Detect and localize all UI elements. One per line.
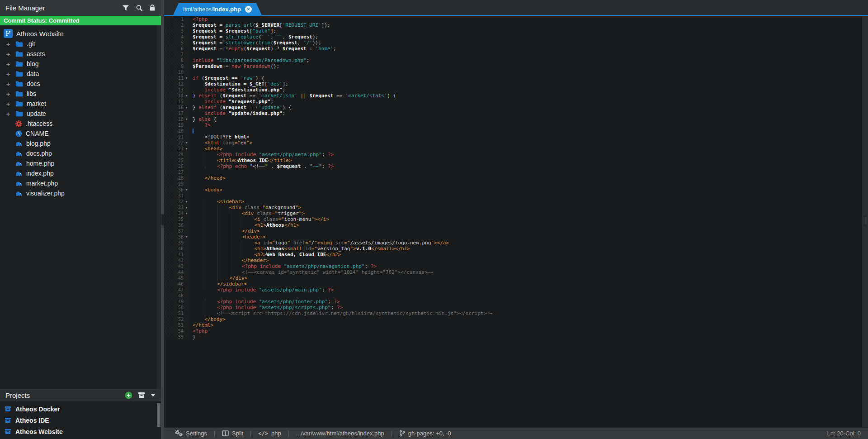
expand-icon[interactable]: +	[5, 90, 12, 98]
line-number[interactable]: 3	[164, 28, 189, 34]
project-item-atheos-website[interactable]: Atheos Website	[0, 426, 161, 437]
expand-icon[interactable]: +	[5, 110, 12, 118]
fold-caret-icon[interactable]: ▾	[184, 94, 189, 98]
line-number[interactable]: 36	[164, 222, 189, 228]
fold-caret-icon[interactable]: ▾	[184, 76, 189, 80]
add-project-icon[interactable]	[125, 391, 132, 399]
code-line-26[interactable]: 26 <?php echo "<!——" . $request . "—→"; …	[164, 163, 868, 169]
lock-icon[interactable]	[149, 5, 156, 11]
code-line-14[interactable]: 14▾} elseif ($request == 'market/json' |…	[164, 93, 868, 99]
line-number[interactable]: 54	[164, 328, 189, 334]
code-line-11[interactable]: 11▾if ($request == 'raw') {	[164, 75, 868, 81]
line-number[interactable]: 32▾	[164, 199, 189, 205]
code-line-39[interactable]: 39 <a id="logo" href="/"><img src="/asse…	[164, 240, 868, 246]
line-number[interactable]: 45	[164, 275, 189, 281]
line-number[interactable]: 2	[164, 22, 189, 28]
line-number[interactable]: 41	[164, 252, 189, 258]
code-line-5[interactable]: 5$request = strtolower(trim($request, '/…	[164, 40, 868, 46]
code-line-22[interactable]: 22▾ <html lang="en">	[164, 140, 868, 146]
line-number[interactable]: 48	[164, 293, 189, 299]
line-number[interactable]: 5	[164, 40, 189, 46]
tree-folder-docs[interactable]: +docs	[0, 79, 161, 89]
tree-file-visualizer.php[interactable]: visualizer.php	[0, 188, 161, 198]
line-number[interactable]: 15	[164, 99, 189, 105]
line-number[interactable]: 19	[164, 122, 189, 128]
code-line-3[interactable]: 3$request = $request["path"];	[164, 28, 868, 34]
line-number[interactable]: 23▾	[164, 146, 189, 152]
code-line-53[interactable]: 53</html>	[164, 322, 868, 328]
code-line-16[interactable]: 16▾} elseif ($request == 'update') {	[164, 105, 868, 110]
code-line-55[interactable]: 55}	[164, 334, 868, 340]
code-editor[interactable]: 1<?php2$request = parse_url($_SERVER['RE…	[164, 16, 868, 427]
code-line-12[interactable]: 12 $destination = $_GET['des'];	[164, 81, 868, 87]
line-number[interactable]: 13	[164, 87, 189, 93]
line-number[interactable]: 10	[164, 69, 189, 75]
project-item-atheos-docker[interactable]: Atheos Docker	[0, 403, 161, 415]
line-number[interactable]: 27	[164, 169, 189, 175]
fold-caret-icon[interactable]: ▾	[184, 211, 189, 215]
tree-file-blog.php[interactable]: blog.php	[0, 138, 161, 148]
line-number[interactable]: 28	[164, 175, 189, 181]
code-line-8[interactable]: 8include "libs/parsedown/Parsedown.php";	[164, 57, 868, 63]
line-number[interactable]: 35	[164, 216, 189, 222]
line-number[interactable]: 25	[164, 157, 189, 163]
code-line-50[interactable]: 50 <?php include "assets/php/scripts.php…	[164, 305, 868, 310]
line-number[interactable]: 12	[164, 81, 189, 87]
line-number[interactable]: 30▾	[164, 187, 189, 193]
code-line-19[interactable]: 19 ?>	[164, 122, 868, 128]
tree-folder-update[interactable]: +update	[0, 109, 161, 119]
fold-caret-icon[interactable]: ▾	[184, 235, 189, 239]
line-number[interactable]: 14▾	[164, 93, 189, 99]
line-number[interactable]: 20	[164, 128, 189, 134]
line-number[interactable]: 50	[164, 305, 189, 310]
line-number[interactable]: 44	[164, 269, 189, 275]
line-number[interactable]: 49	[164, 299, 189, 305]
code-line-51[interactable]: 51 <!——<script src="https://cdn.jsdelivr…	[164, 310, 868, 316]
tree-folder-market[interactable]: +market	[0, 99, 161, 109]
code-line-2[interactable]: 2$request = parse_url($_SERVER['REQUEST_…	[164, 22, 868, 28]
tree-file-.htaccess[interactable]: .htaccess	[0, 119, 161, 129]
tree-folder-blog[interactable]: +blog	[0, 59, 161, 69]
code-line-34[interactable]: 34▾ <div class="trigger">	[164, 210, 868, 216]
line-number[interactable]: 38▾	[164, 234, 189, 240]
code-line-24[interactable]: 24 <?php include "assets/php/meta.php"; …	[164, 152, 868, 157]
line-number[interactable]: 53	[164, 322, 189, 328]
file-tree-scrollbar[interactable]	[157, 25, 161, 389]
line-number[interactable]: 52	[164, 316, 189, 322]
code-line-32[interactable]: 32▾ <sidebar>	[164, 199, 868, 205]
search-icon[interactable]	[136, 5, 143, 11]
code-line-46[interactable]: 46 </sidebar>	[164, 281, 868, 287]
tree-root-atheos-website[interactable]: Atheos Website	[0, 28, 161, 39]
code-line-23[interactable]: 23▾ <head>	[164, 146, 868, 152]
tree-folder-libs[interactable]: +libs	[0, 89, 161, 99]
line-number[interactable]: 47	[164, 287, 189, 293]
filter-icon[interactable]	[122, 5, 129, 11]
code-line-43[interactable]: 43 <?php include "assets/php/navagation.…	[164, 263, 868, 269]
line-number[interactable]: 7	[164, 52, 189, 57]
code-line-30[interactable]: 30▾ <body>	[164, 187, 868, 193]
code-line-1[interactable]: 1<?php	[164, 16, 868, 22]
code-line-25[interactable]: 25 <title>Atheos IDE</title>	[164, 157, 868, 163]
line-number[interactable]: 21	[164, 134, 189, 140]
code-line-33[interactable]: 33▾ <div class="background">	[164, 205, 868, 210]
tree-file-docs.php[interactable]: docs.php	[0, 148, 161, 158]
line-number[interactable]: 1	[164, 16, 189, 22]
code-line-29[interactable]: 29	[164, 181, 868, 187]
line-number[interactable]: 26	[164, 163, 189, 169]
tree-file-index.php[interactable]: index.php	[0, 168, 161, 178]
expand-icon[interactable]: +	[5, 70, 12, 78]
line-number[interactable]: 11▾	[164, 75, 189, 81]
code-line-48[interactable]: 48	[164, 293, 868, 299]
line-number[interactable]: 16▾	[164, 105, 189, 110]
expand-icon[interactable]: +	[5, 60, 12, 68]
line-number[interactable]: 22▾	[164, 140, 189, 146]
tree-folder-assets[interactable]: +assets	[0, 49, 161, 59]
code-line-10[interactable]: 10	[164, 69, 868, 75]
code-line-17[interactable]: 17 include "update/index.php";	[164, 110, 868, 116]
code-line-20[interactable]: 20	[164, 128, 868, 134]
line-number[interactable]: 8	[164, 57, 189, 63]
code-line-38[interactable]: 38▾ <header>	[164, 234, 868, 240]
code-line-45[interactable]: 45 </div>	[164, 275, 868, 281]
tree-file-home.php[interactable]: home.php	[0, 158, 161, 168]
line-number[interactable]: 18▾	[164, 116, 189, 122]
